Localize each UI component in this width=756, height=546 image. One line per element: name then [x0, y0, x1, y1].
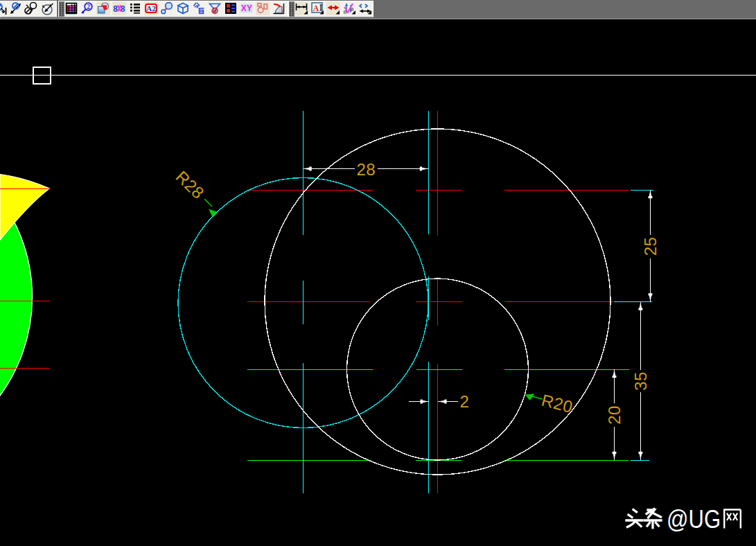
svg-text:8: 8: [113, 5, 118, 15]
svg-text:@UG: @UG: [667, 507, 721, 533]
svg-text:35: 35: [631, 371, 650, 391]
svg-text:2: 2: [460, 392, 469, 411]
svg-text:28: 28: [356, 160, 376, 179]
svg-text:2: 2: [87, 3, 90, 10]
svg-text:Y: Y: [247, 3, 252, 13]
svg-text:R20: R20: [540, 391, 575, 416]
svg-text:R28: R28: [173, 167, 209, 202]
svg-text:A2: A2: [146, 4, 156, 12]
svg-text:20: 20: [605, 405, 624, 425]
svg-text:25: 25: [641, 237, 660, 256]
svg-text:X: X: [241, 3, 247, 13]
svg-text:A: A: [313, 4, 319, 12]
